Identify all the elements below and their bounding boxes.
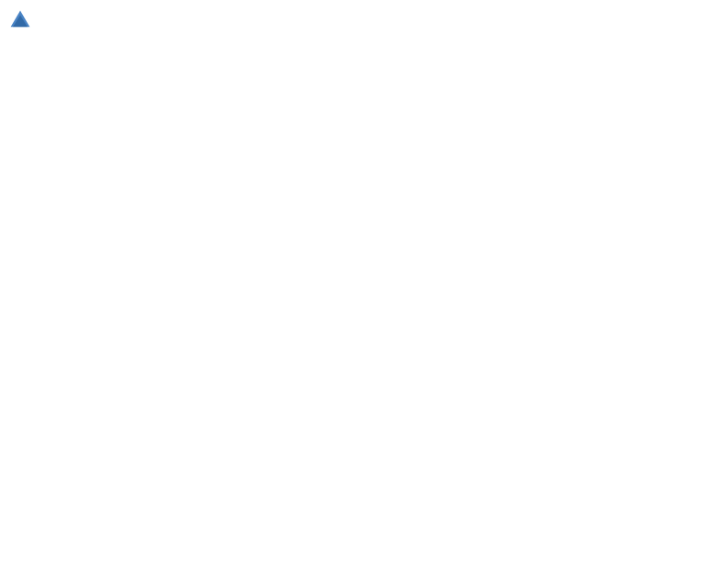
logo: [9, 9, 35, 31]
header: [9, 9, 719, 31]
logo-icon: [9, 9, 31, 31]
